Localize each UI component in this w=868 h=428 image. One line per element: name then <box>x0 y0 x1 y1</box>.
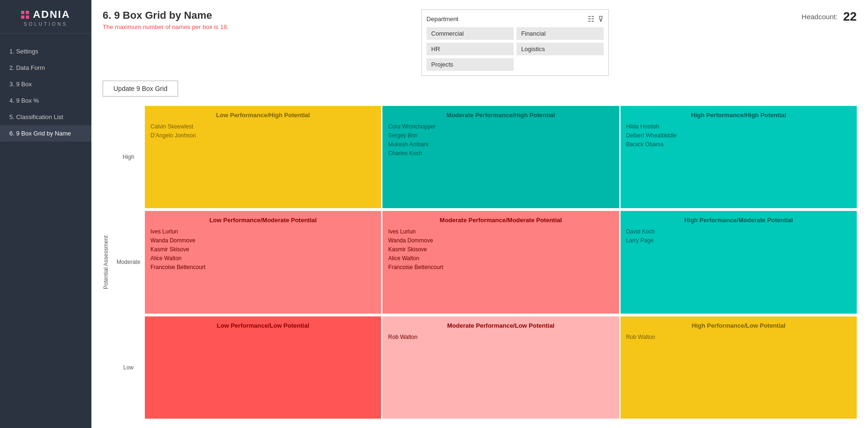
grid-wrapper: HighLow Performance/High PotentialCalvin… <box>112 106 857 419</box>
cell-name: Hilda Hostish <box>626 123 851 130</box>
headcount-section: Headcount: 22 <box>801 9 857 24</box>
dept-chip-logistics[interactable]: Logistics <box>516 43 604 55</box>
cell-name: Kasmir Skisove <box>150 246 375 253</box>
row-label-high: High <box>112 106 145 208</box>
sidebar-item-data-form[interactable]: 2. Data Form <box>0 60 91 76</box>
cell-title-high-perf-low-pot: High Performance/Low Potential <box>626 322 851 329</box>
cell-name: Cora Wronchopper <box>388 123 613 130</box>
grid-cell-mod-perf-low-pot: Moderate Performance/Low PotentialRob Wa… <box>382 316 619 419</box>
logo-text: ADNIA <box>33 8 70 21</box>
cell-title-mod-perf-low-pot: Moderate Performance/Low Potential <box>388 322 613 329</box>
row-label-low: Low <box>112 316 145 419</box>
grid-cell-mod-perf-high-pot: Moderate Performance/High PotentialCora … <box>382 106 619 208</box>
cell-name: Sergey Brin <box>388 132 613 139</box>
cell-title-high-perf-mod-pot: High Performance/Moderate Potential <box>626 217 851 224</box>
department-filter: Department ☷ ⊽ CommercialFinancialHRLogi… <box>421 9 609 76</box>
dept-chip-commercial[interactable]: Commercial <box>427 27 514 40</box>
grid-cells-moderate: Low Performance/Moderate PotentialIves L… <box>145 211 857 313</box>
update-btn-row: Update 9 Box Grid <box>103 81 857 97</box>
list-filter-icon[interactable]: ☷ <box>588 15 594 23</box>
cell-title-low-perf-high-pot: Low Performance/High Potential <box>150 112 375 119</box>
cell-name: Alice Walton <box>388 255 613 262</box>
grid-cells-low: Low Performance/Low PotentialModerate Pe… <box>145 316 857 419</box>
header-row: 6. 9 Box Grid by Name The maximum number… <box>103 9 857 76</box>
cell-name: Alice Walton <box>150 255 375 262</box>
grid-row-low: LowLow Performance/Low PotentialModerate… <box>112 316 857 419</box>
grid-cell-high-perf-mod-pot: High Performance/Moderate PotentialDavid… <box>621 211 857 313</box>
grid-cell-mod-perf-mod-pot: Moderate Performance/Moderate PotentialI… <box>382 211 619 313</box>
y-axis-label: Potential Assessment <box>103 106 112 419</box>
cell-name: Barack Obama <box>626 141 851 148</box>
cell-name: Rob Walton <box>388 334 613 340</box>
filter-icons: ☷ ⊽ <box>588 15 604 23</box>
cell-name: D'Angelo Jonhson <box>150 132 375 139</box>
page-title: 6. 9 Box Grid by Name <box>103 9 229 22</box>
main-content: 6. 9 Box Grid by Name The maximum number… <box>91 0 868 428</box>
logo-icon <box>21 11 29 19</box>
cell-title-mod-perf-high-pot: Moderate Performance/High Potential <box>388 112 613 119</box>
sidebar-item-9box-pct[interactable]: 4. 9 Box % <box>0 92 91 109</box>
cell-title-low-perf-low-pot: Low Performance/Low Potential <box>150 322 375 329</box>
cell-title-high-perf-high-pot: High Performance/High Potential <box>626 112 851 119</box>
cell-name: Ives Lurlun <box>150 228 375 235</box>
cell-name: Wanda Dommove <box>388 237 613 244</box>
cell-name: Wanda Dommove <box>150 237 375 244</box>
cell-name: Kasmir Skisove <box>388 246 613 253</box>
logo: ADNIA <box>21 8 70 21</box>
cell-name: Francoise Bettencourt <box>388 264 613 270</box>
grid-container: Potential Assessment HighLow Performance… <box>103 106 857 419</box>
headcount-label: Headcount: <box>801 13 838 21</box>
cell-title-low-perf-mod-pot: Low Performance/Moderate Potential <box>150 217 375 224</box>
title-section: 6. 9 Box Grid by Name The maximum number… <box>103 9 229 30</box>
sidebar-item-9box-name[interactable]: 6. 9 Box Grid by Name <box>0 125 91 142</box>
cell-name: David Koch <box>626 228 851 235</box>
grid-cell-high-perf-high-pot: High Performance/High PotentialHilda Hos… <box>621 106 857 208</box>
cell-name: Francoise Bettencourt <box>150 264 375 270</box>
max-warning: The maximum number of names per box is 1… <box>103 23 229 30</box>
dept-filter-label: Department <box>427 15 458 23</box>
sidebar: ADNIA SOLUTIONS 1. Settings2. Data Form3… <box>0 0 91 428</box>
funnel-icon[interactable]: ⊽ <box>598 15 604 23</box>
grid-cell-low-perf-low-pot: Low Performance/Low Potential <box>145 316 381 419</box>
sidebar-item-9box[interactable]: 3. 9 Box <box>0 76 91 92</box>
dept-filter-header: Department ☷ ⊽ <box>427 15 604 23</box>
dept-chip-hr[interactable]: HR <box>427 43 514 55</box>
cell-name: Mukesh Ambani <box>388 141 613 148</box>
dept-chips-grid: CommercialFinancialHRLogisticsProjects <box>427 27 604 71</box>
cell-name: Ives Lurlun <box>388 228 613 235</box>
cell-name: Larry Page <box>626 237 851 244</box>
grid-row-moderate: ModerateLow Performance/Moderate Potenti… <box>112 211 857 313</box>
grid-cells-high: Low Performance/High PotentialCalvin Ske… <box>145 106 857 208</box>
dept-chip-financial[interactable]: Financial <box>516 27 604 40</box>
headcount-value: 22 <box>843 9 857 24</box>
grid-cell-low-perf-high-pot: Low Performance/High PotentialCalvin Ske… <box>145 106 381 208</box>
solutions-text: SOLUTIONS <box>24 22 68 27</box>
update-9box-button[interactable]: Update 9 Box Grid <box>103 81 178 97</box>
cell-title-mod-perf-mod-pot: Moderate Performance/Moderate Potential <box>388 217 613 224</box>
row-label-moderate: Moderate <box>112 211 145 313</box>
sidebar-item-classification[interactable]: 5. Classification List <box>0 109 91 125</box>
sidebar-item-settings[interactable]: 1. Settings <box>0 43 91 60</box>
cell-name: Charles Koch <box>388 150 613 157</box>
cell-name: Rob Walton <box>626 334 851 340</box>
cell-name: Delbert Whealbiddle <box>626 132 851 139</box>
grid-cell-low-perf-mod-pot: Low Performance/Moderate PotentialIves L… <box>145 211 381 313</box>
dept-chip-projects[interactable]: Projects <box>427 58 514 71</box>
grid-cell-high-perf-low-pot: High Performance/Low PotentialRob Walton <box>621 316 857 419</box>
cell-name: Calvin Skeewlest <box>150 123 375 130</box>
sidebar-logo: ADNIA SOLUTIONS <box>0 0 91 34</box>
sidebar-nav: 1. Settings2. Data Form3. 9 Box4. 9 Box … <box>0 34 91 428</box>
grid-row-high: HighLow Performance/High PotentialCalvin… <box>112 106 857 208</box>
